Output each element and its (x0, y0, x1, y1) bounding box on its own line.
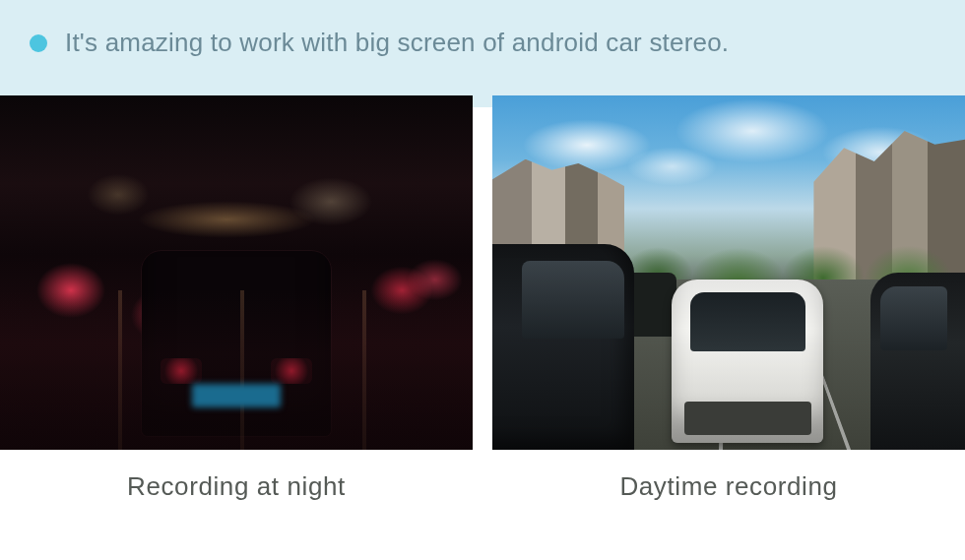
night-vehicle (142, 251, 331, 435)
day-vehicle-right (870, 273, 965, 450)
night-recording-image (0, 95, 473, 450)
feature-header: It's amazing to work with big screen of … (0, 0, 965, 107)
headline-text: It's amazing to work with big screen of … (65, 28, 729, 58)
right-panel: Daytime recording (492, 95, 965, 502)
day-vehicle-center (672, 280, 823, 443)
bullet-icon (30, 34, 47, 52)
day-recording-image (492, 95, 965, 450)
comparison-row: Recording at night Daytime recording (0, 95, 965, 502)
night-plate (192, 384, 281, 407)
left-panel: Recording at night (0, 95, 473, 502)
left-caption: Recording at night (0, 471, 473, 502)
day-vehicle-left (492, 244, 634, 450)
right-caption: Daytime recording (492, 471, 965, 502)
